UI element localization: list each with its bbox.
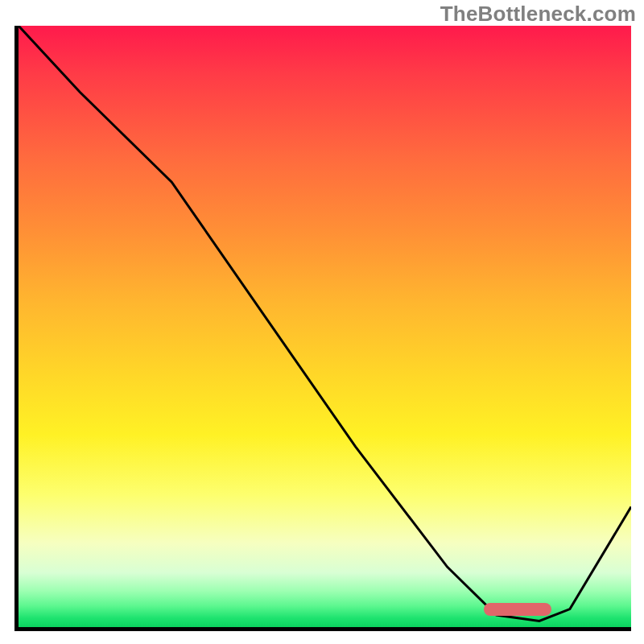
optimal-range-indicator (484, 603, 551, 616)
chart-container: TheBottleneck.com (0, 0, 644, 644)
watermark-text: TheBottleneck.com (440, 2, 636, 27)
plot-area (19, 26, 631, 627)
bottleneck-curve (19, 26, 631, 627)
